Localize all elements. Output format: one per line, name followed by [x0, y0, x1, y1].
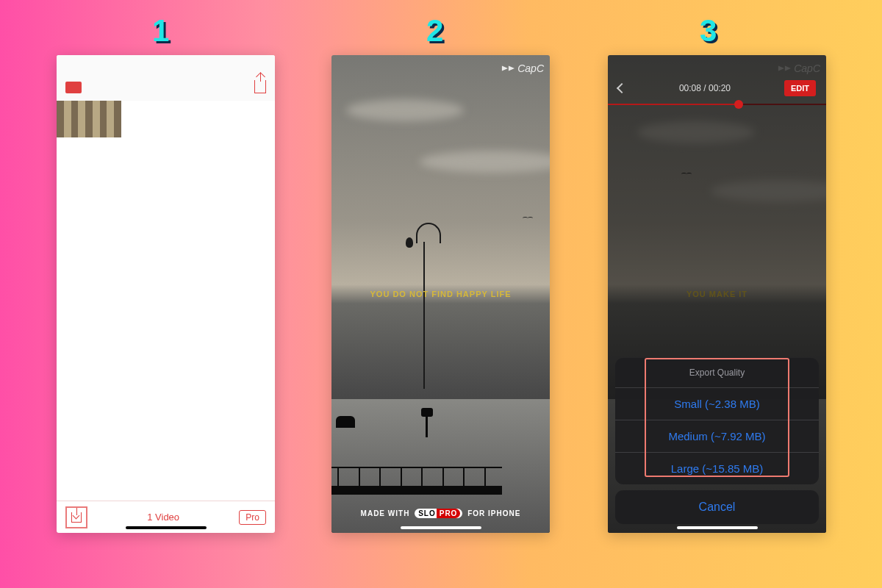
library-empty-area: [57, 137, 275, 501]
import-button-highlight: [65, 506, 87, 528]
export-sheet-title: Export Quality: [615, 358, 819, 387]
video-thumbnail[interactable]: [57, 101, 121, 137]
madewith-badge: MADE WITH SLOPRO FOR IPHONE: [331, 509, 550, 518]
export-action-sheet: Export Quality Small (~2.38 MB) Medium (…: [615, 358, 819, 524]
record-icon[interactable]: [65, 82, 82, 93]
screen-export: YOU MAKE IT CapC 00:08 / 00:20 EDIT Expo…: [608, 55, 826, 533]
video-caption: YOU DO NOT FIND HAPPY LIFE: [331, 290, 550, 298]
share-icon[interactable]: [254, 80, 266, 93]
timeline-scrubber[interactable]: [608, 104, 826, 105]
edit-button[interactable]: EDIT: [784, 80, 816, 96]
import-icon[interactable]: [71, 512, 82, 523]
step-label-3: 3: [700, 13, 718, 49]
back-icon[interactable]: [617, 83, 627, 93]
timecode-label: 00:08 / 00:20: [679, 83, 731, 93]
export-option-small[interactable]: Small (~2.38 MB): [615, 387, 819, 420]
library-topbar: [57, 55, 275, 101]
step-label-1: 1: [152, 13, 171, 49]
export-option-large[interactable]: Large (~15.85 MB): [615, 452, 819, 484]
video-count-label: 1 Video: [147, 512, 179, 523]
capcut-watermark: CapC: [501, 62, 544, 74]
screen-library: 1 Video Pro: [57, 55, 275, 533]
screen-preview: CapC YOU DO NOT FIND HAPPY LIFE MADE WIT…: [331, 55, 550, 533]
export-option-medium[interactable]: Medium (~7.92 MB): [615, 420, 819, 452]
player-topbar: 00:08 / 00:20 EDIT: [608, 55, 826, 96]
pro-button[interactable]: Pro: [239, 510, 266, 525]
home-indicator[interactable]: [126, 526, 207, 529]
step-label-2: 2: [426, 13, 445, 49]
home-indicator[interactable]: [401, 526, 481, 529]
export-cancel-button[interactable]: Cancel: [615, 490, 819, 524]
video-frame[interactable]: CapC YOU DO NOT FIND HAPPY LIFE MADE WIT…: [331, 55, 550, 533]
home-indicator[interactable]: [677, 526, 758, 529]
